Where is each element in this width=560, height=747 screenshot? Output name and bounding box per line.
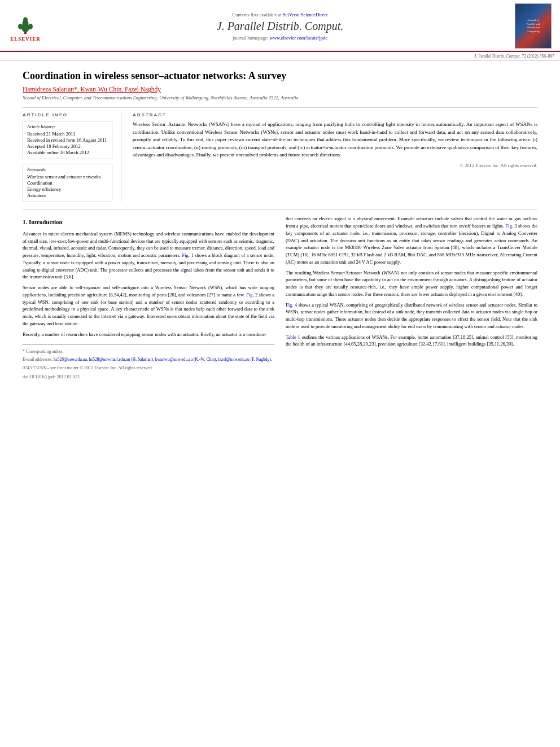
elsevier-tree-icon: [15, 15, 36, 35]
journal-homepage: journal homepage: www.elsevier.com/locat…: [233, 35, 327, 41]
article-footer: * Corresponding author. E-mail addresses…: [23, 344, 274, 381]
svg-point-3: [23, 17, 28, 22]
available-online: Available online 28 March 2012: [27, 150, 108, 155]
abstract-label: ABSTRACT: [133, 112, 537, 117]
body-col-left: 1. Introduction Advances in micro-electr…: [23, 215, 274, 382]
doi-line: doi:10.1016/j.jpdc.2012.02.013: [23, 374, 274, 381]
keywords-title: Keywords:: [27, 167, 108, 172]
received-date: Received 21 March 2011: [27, 131, 108, 137]
sciverse-link[interactable]: SciVerse ScienceDirect: [283, 12, 328, 18]
fig3-ref[interactable]: Fig. 3: [505, 223, 517, 229]
footnote-email: E-mail addresses: hs528@uow.edu.au, hs52…: [23, 356, 274, 362]
article-info-left: ARTICLE INFO Article history: Received 2…: [23, 112, 121, 202]
journal-title: J. Parallel Distrib. Comput.: [217, 20, 343, 33]
body-divider: [23, 209, 537, 209]
header-center: Contents lists available at SciVerse Sci…: [45, 3, 515, 49]
header-divider: [23, 107, 537, 108]
body-col-right: that converts an electric signal to a ph…: [286, 215, 537, 382]
article-affiliation: School of Electrical, Computer, and Tele…: [23, 95, 537, 101]
keyword-1: Wireless sensor and actuator networks: [27, 174, 108, 180]
article-title: Coordination in wireless sensor–actuator…: [23, 69, 537, 82]
table1-ref[interactable]: Table 1: [286, 334, 300, 340]
intro-para-2: Sensor nodes are able to self-organize a…: [23, 284, 274, 327]
contents-available-text: Contents lists available at SciVerse Sci…: [233, 12, 328, 18]
keyword-3: Energy efficiency: [27, 186, 108, 192]
keywords-box: Keywords: Wireless sensor and actuator n…: [23, 164, 112, 202]
article-info-label: ARTICLE INFO: [23, 112, 112, 117]
keyword-4: Actuators: [27, 193, 108, 198]
body-right-para-2: The resulting Wireless Sensor/Actuator N…: [286, 269, 537, 298]
received-revised: Received in revised form 16 August 2011: [27, 137, 108, 143]
section1-heading: 1. Introduction: [23, 217, 274, 227]
elsevier-wordmark: ELSEVIER: [10, 36, 41, 42]
keyword-2: Coordination: [27, 180, 108, 186]
email-label: E-mail addresses:: [23, 357, 53, 362]
header-left: ELSEVIER: [6, 3, 45, 49]
intro-para-3: Recently, a number of researchers have c…: [23, 331, 274, 338]
fig1-ref[interactable]: Fig. 1: [182, 252, 193, 258]
intro-para-1: Advances in micro-electro-mechanical sys…: [23, 230, 274, 281]
journal-header: ELSEVIER Contents lists available at Sci…: [0, 0, 560, 52]
svg-point-4: [18, 24, 23, 29]
fig2-ref[interactable]: Fig. 2: [246, 292, 257, 298]
article-history-box: Article history: Received 21 March 2011 …: [23, 121, 112, 159]
body-right-para-4: Table 1 outlines the various application…: [286, 334, 537, 348]
abstract-text: Wireless Sensor–Actuator Networks (WSANs…: [133, 121, 537, 159]
fig4-ref[interactable]: Fig. 4: [286, 302, 297, 308]
body-section: 1. Introduction Advances in micro-electr…: [23, 215, 537, 382]
article-authors: Hamidreza Salarian*, Kwan-Wu Chin, Fazel…: [23, 86, 537, 93]
history-title: Article history:: [27, 124, 108, 129]
body-right-para-3: Fig. 4 shows a typical WSAN, comprising …: [286, 302, 537, 330]
main-content: Coordination in wireless sensor–actuator…: [0, 61, 560, 390]
email-link[interactable]: hs528@uow.edu.au, hs528@uowmail.edu.au (…: [54, 357, 272, 362]
copyright-line: © 2012 Elsevier Inc. All rights reserved…: [133, 163, 537, 168]
accepted-date: Accepted 19 February 2012: [27, 143, 108, 149]
journal-ref-line: J. Parallel Distrib. Comput. 72 (2012) 8…: [0, 52, 560, 61]
abstract-section: ABSTRACT Wireless Sensor–Actuator Networ…: [133, 112, 537, 202]
journal-cover-image: Journal ofParallel andDistributedComputi…: [515, 3, 552, 49]
issn-line: 0743-7315/$ – see front matter © 2012 El…: [23, 365, 274, 372]
body-right-para-1: that converts an electric signal to a ph…: [286, 215, 537, 265]
footnote-star: * Corresponding author.: [23, 348, 274, 355]
svg-point-5: [28, 24, 33, 29]
header-right: Journal ofParallel andDistributedComputi…: [515, 3, 554, 49]
elsevier-logo: ELSEVIER: [6, 11, 45, 42]
journal-homepage-link[interactable]: www.elsevier.com/locate/jpdc: [270, 35, 327, 41]
article-info-section: ARTICLE INFO Article history: Received 2…: [23, 112, 537, 202]
